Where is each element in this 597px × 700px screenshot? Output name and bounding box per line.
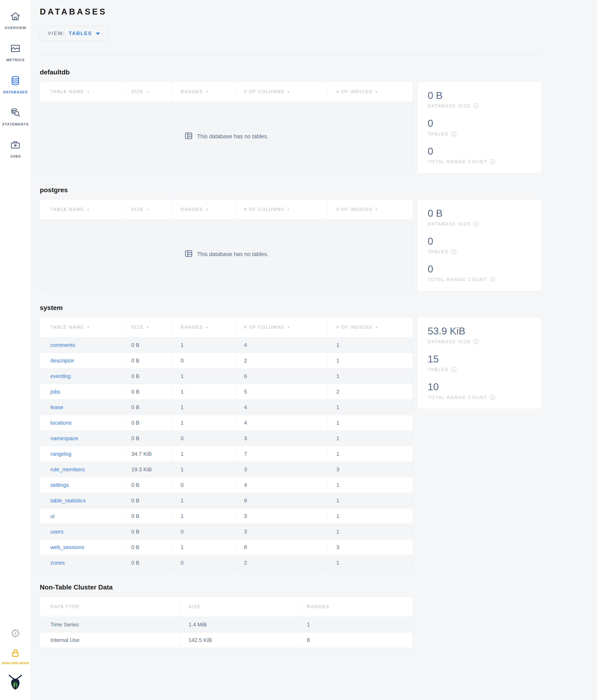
stat-tables: 15TABLESⓘ: [427, 354, 535, 372]
cell-value: 0 B: [131, 357, 139, 364]
column-header-label: # OF INDICES: [336, 325, 372, 330]
table-value-cell: 19.3 KiB: [123, 462, 172, 477]
cell-value: 5: [244, 389, 247, 395]
postgres-column-header-5[interactable]: # OF INDICES▼: [327, 199, 413, 219]
info-icon[interactable]: ⓘ: [473, 221, 479, 227]
info-icon[interactable]: ⓘ: [451, 249, 457, 254]
stat-label: TABLESⓘ: [427, 131, 535, 136]
postgres-column-header-row: TABLE NAME▼SIZE▼RANGES▼# OF COLUMNS▼# OF…: [40, 199, 413, 219]
table-name-link[interactable]: ui: [50, 513, 54, 519]
table-name-link[interactable]: table_statistics: [50, 497, 86, 504]
stat-range_count: 10TOTAL RANGE COUNTⓘ: [427, 382, 535, 400]
column-header-label: RANGES: [307, 604, 329, 609]
system-column-header-4[interactable]: # OF COLUMNS▼: [235, 317, 327, 337]
info-icon[interactable]: ⓘ: [490, 395, 496, 400]
info-icon[interactable]: ⓘ: [473, 103, 479, 109]
postgres-column-header-1[interactable]: TABLE NAME▼: [40, 199, 123, 219]
defaultdb-column-header-3[interactable]: RANGES▼: [172, 82, 235, 102]
table-value-cell: 0: [172, 431, 235, 446]
table-name-link[interactable]: namespace: [50, 435, 78, 442]
table-row: locations0 B141: [40, 415, 413, 430]
info-icon[interactable]: ⓘ: [451, 367, 457, 372]
table-name-cell: table_statistics: [40, 493, 123, 508]
table-value-cell: 1: [327, 446, 413, 461]
cockroachdb-logo-icon: [8, 674, 23, 691]
system-column-header-2[interactable]: SIZE▼: [123, 317, 172, 337]
table-value-cell: 4: [235, 415, 327, 430]
defaultdb-column-header-5[interactable]: # OF INDICES▼: [327, 82, 413, 102]
table-row: web_sessions0 B183: [40, 539, 413, 555]
sidebar-item-label: DATABASES: [3, 90, 28, 94]
table-name-link[interactable]: users: [50, 528, 63, 535]
postgres-column-header-2[interactable]: SIZE▼: [123, 199, 172, 219]
sidebar-item-metrics[interactable]: METRICS: [6, 43, 25, 62]
view-label: VIEW:: [48, 30, 65, 36]
sort-arrow-icon: ▼: [287, 326, 290, 329]
stat-value: 0: [427, 146, 535, 156]
stat-label: DATABASE SIZEⓘ: [427, 221, 535, 227]
empty-state: This database has no tables.: [40, 219, 413, 289]
non-table-column-header-3[interactable]: RANGES: [298, 597, 413, 617]
info-icon[interactable]: ⓘ: [490, 277, 496, 282]
cell-value: 19.3 KiB: [131, 466, 152, 473]
sidebar-item-overview[interactable]: OVERVIEW: [5, 11, 26, 30]
cell-value: 8: [244, 544, 247, 550]
defaultdb-column-header-4[interactable]: # OF COLUMNS▼: [235, 82, 327, 102]
table-value-cell: 1: [172, 384, 235, 399]
info-icon[interactable]: ⓘ: [473, 339, 479, 344]
cell-value: 142.5 KiB: [188, 637, 212, 643]
stat-label: DATABASE SIZEⓘ: [427, 339, 535, 344]
non-table-cluster-section: Non-Table Cluster DataDATA TYPESIZERANGE…: [40, 583, 541, 648]
table-value-cell: 0 B: [123, 369, 172, 384]
non-table-column-header-1[interactable]: DATA TYPE: [40, 597, 180, 617]
table-value-cell: 0 B: [123, 477, 172, 493]
column-header-label: SIZE: [131, 89, 144, 94]
info-icon[interactable]: ⓘ: [451, 131, 457, 136]
table-name-cell: users: [40, 524, 123, 539]
defaultdb-column-header-2[interactable]: SIZE▼: [123, 82, 172, 102]
databases-icon: [10, 75, 21, 87]
system-column-header-3[interactable]: RANGES▼: [172, 317, 235, 337]
gear-icon[interactable]: ⚙: [10, 628, 21, 639]
stat-label: TABLESⓘ: [427, 367, 535, 372]
table-name-link[interactable]: web_sessions: [50, 544, 84, 550]
table-name-link[interactable]: jobs: [50, 389, 60, 395]
postgres-column-header-4[interactable]: # OF COLUMNS▼: [235, 199, 327, 219]
insecure-mode-indicator[interactable]: INSECURE MODE: [2, 648, 29, 665]
cell-value: 0 B: [131, 389, 139, 395]
system-column-header-1[interactable]: TABLE NAME▼: [40, 317, 123, 337]
table-value-cell: 1: [327, 353, 413, 368]
table-name-link[interactable]: eventlog: [50, 373, 71, 379]
jobs-icon: [10, 139, 21, 151]
defaultdb-column-header-row: TABLE NAME▼SIZE▼RANGES▼# OF COLUMNS▼# OF…: [40, 82, 413, 102]
table-name-link[interactable]: lease: [50, 404, 63, 410]
info-icon[interactable]: ⓘ: [490, 159, 496, 165]
database-name-heading: defaultdb: [40, 69, 541, 76]
table-name-cell: descriptor: [40, 353, 123, 368]
statements-icon: [10, 107, 21, 119]
postgres-column-header-3[interactable]: RANGES▼: [172, 199, 235, 219]
cell-value: 1: [336, 342, 339, 348]
sidebar-item-jobs[interactable]: JOBS: [10, 139, 21, 159]
table-name-link[interactable]: rangelog: [50, 451, 71, 457]
table-name-link[interactable]: settings: [50, 482, 69, 488]
table-value-cell: 1: [172, 462, 235, 477]
table-value-cell: 1: [172, 493, 235, 508]
table-row: jobs0 B152: [40, 384, 413, 399]
insecure-mode-label: INSECURE MODE: [2, 661, 29, 665]
sidebar-item-databases[interactable]: DATABASES: [3, 75, 28, 94]
table-name-link[interactable]: zones: [50, 559, 65, 566]
table-value-cell: 1: [327, 493, 413, 508]
table-name-cell: jobs: [40, 384, 123, 399]
table-name-link[interactable]: comments: [50, 342, 75, 348]
cell-value: 1: [336, 373, 339, 379]
table-name-link[interactable]: descriptor: [50, 357, 74, 364]
sort-arrow-icon: ▼: [287, 90, 290, 94]
system-column-header-5[interactable]: # OF INDICES▼: [327, 317, 413, 337]
view-dropdown[interactable]: VIEW: TABLES: [40, 26, 108, 41]
defaultdb-column-header-1[interactable]: TABLE NAME▼: [40, 82, 123, 102]
non-table-column-header-2[interactable]: SIZE: [180, 597, 298, 617]
sidebar-item-statements[interactable]: STATEMENTS: [2, 107, 29, 126]
table-name-link[interactable]: role_members: [50, 466, 85, 473]
table-name-link[interactable]: locations: [50, 420, 72, 426]
